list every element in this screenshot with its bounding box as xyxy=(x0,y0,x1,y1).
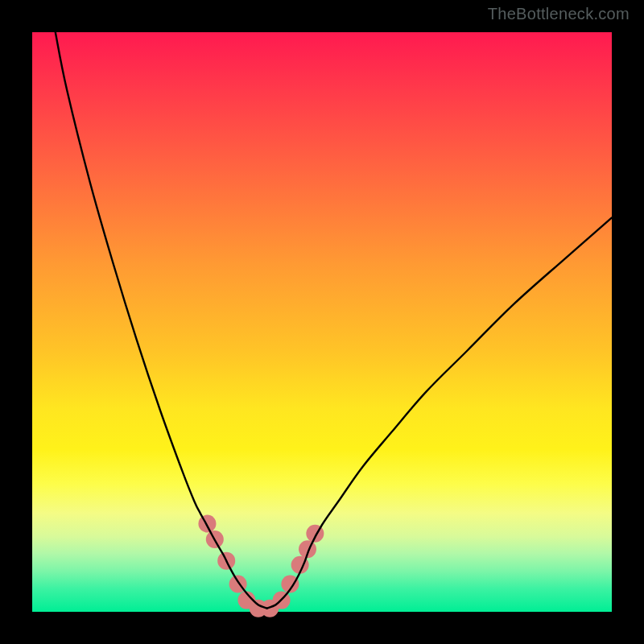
outer-frame: TheBottleneck.com xyxy=(0,0,644,644)
marker-layer xyxy=(198,515,324,617)
marker-point xyxy=(198,515,216,533)
curve-layer xyxy=(56,32,612,609)
chart-svg xyxy=(32,32,612,612)
plot-area xyxy=(32,32,612,612)
curve-left-branch xyxy=(56,32,267,609)
watermark-text: TheBottleneck.com xyxy=(488,5,630,23)
curve-right-branch xyxy=(267,217,612,608)
